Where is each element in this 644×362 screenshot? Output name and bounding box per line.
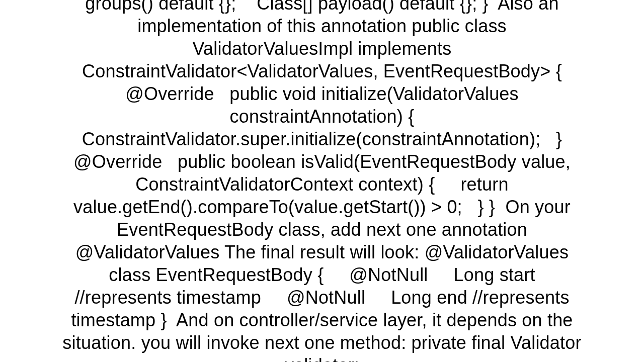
text-container: groups() default {}; Class[] payload() d… (0, 0, 644, 362)
document-text: groups() default {}; Class[] payload() d… (60, 0, 584, 362)
